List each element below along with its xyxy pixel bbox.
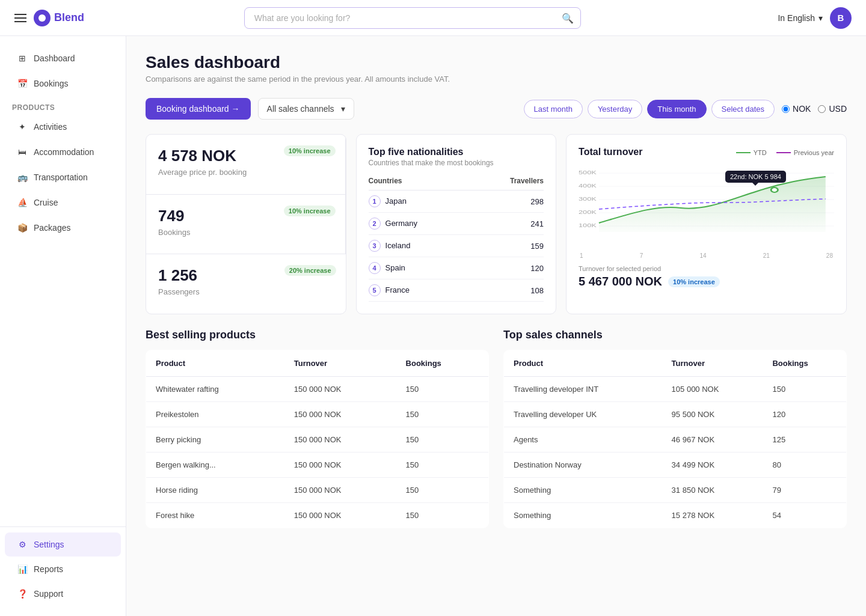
turnover-footer: Turnover for selected period 5 467 000 N… [579,265,834,288]
nat-row: 4Spain 120 [369,257,544,279]
stat-cards: 10% increase 4 578 NOK Average price pr.… [146,134,346,314]
chart-tooltip: 22nd: NOK 5 984 [725,171,786,183]
grid-icon: ⊞ [17,53,28,64]
app-name: Blend [54,11,84,24]
sidebar-item-settings[interactable]: ⚙ Settings [5,532,121,557]
svg-text:300K: 300K [579,196,597,202]
table-row: Travelling developer UK 95 500 NOK 120 [504,402,847,427]
sidebar-item-activities[interactable]: ✦ Activities [5,115,121,139]
table-row: Travelling developer INT 105 000 NOK 150 [504,377,847,402]
channels-col-product: Product [504,350,662,377]
nok-radio[interactable] [782,105,790,113]
menu-toggle[interactable] [14,14,26,22]
nok-radio-label[interactable]: NOK [782,104,811,114]
logo-icon [34,10,51,26]
svg-text:100K: 100K [579,222,597,228]
app-layout: ⊞ Dashboard 📅 Bookings Products ✦ Activi… [0,36,866,616]
sidebar-item-packages[interactable]: 📦 Packages [5,216,121,240]
svg-text:200K: 200K [579,209,597,215]
sidebar-item-cruise[interactable]: ⛵ Cruise [5,191,121,215]
bar-chart-icon: 📊 [17,564,28,575]
topnav-left: Blend [14,10,141,26]
channels-col-bookings: Bookings [763,350,846,377]
package-icon: 📦 [17,222,28,233]
sidebar: ⊞ Dashboard 📅 Bookings Products ✦ Activi… [0,36,126,616]
avg-price-label: Average price pr. booking [158,168,333,177]
best-selling-col-product: Product [146,350,284,377]
best-selling-col-turnover: Turnover [284,350,396,377]
sidebar-item-accommodation[interactable]: 🛏 Accommodation [5,140,121,164]
sidebar-item-support[interactable]: ❓ Support [5,582,121,606]
prev-year-legend-item: Previous year [776,149,834,156]
table-row: Berry picking 150 000 NOK 150 [146,427,489,453]
sidebar-item-bookings[interactable]: 📅 Bookings [5,72,121,96]
turnover-badge: 10% increase [668,276,720,287]
best-selling-table: Product Turnover Bookings Whitewater raf… [146,350,489,528]
passengers-label: Passengers [158,287,334,296]
turnover-header: Total turnover YTD Previous year [579,147,834,159]
help-circle-icon: ❓ [17,588,28,599]
svg-text:400K: 400K [579,183,597,189]
svg-point-0 [38,14,46,22]
ytd-legend-item: YTD [736,149,767,156]
best-selling-section: Best selling products Product Turnover B… [146,329,489,528]
ship-icon: ⛵ [17,197,28,208]
sales-channel-dropdown[interactable]: All sales channels ▾ [258,98,354,120]
last-month-button[interactable]: Last month [524,100,583,118]
table-row: Agents 46 967 NOK 125 [504,427,847,453]
chevron-down-icon: ▾ [818,13,823,23]
x-label-14: 14 [699,252,706,259]
turnover-title: Total turnover [579,147,642,157]
channels-col-turnover: Turnover [662,350,763,377]
usd-radio-label[interactable]: USD [818,104,847,114]
page-title: Sales dashboard [146,53,847,72]
avatar[interactable]: B [830,7,852,29]
booking-dashboard-button[interactable]: Booking dashboard → [146,98,251,120]
x-label-21: 21 [763,252,770,259]
page-subtitle: Comparisons are against the same period … [146,75,847,84]
chevron-down-icon: ▾ [341,104,345,114]
main-content: Sales dashboard Comparisons are against … [126,36,866,616]
bookings-badge: 10% increase [284,206,336,216]
top-channels-table: Product Turnover Bookings Travelling dev… [503,350,847,528]
ytd-legend-line [736,152,751,153]
top-navigation: Blend 🔍 In English ▾ B [0,0,866,36]
table-row: Preikestolen 150 000 NOK 150 [146,402,489,427]
language-selector[interactable]: In English ▾ [778,13,822,23]
search-icon: 🔍 [562,12,574,23]
stat-bookings: 10% increase 749 Bookings [146,194,346,254]
yesterday-button[interactable]: Yesterday [588,100,642,118]
bookings-label: Bookings [158,228,333,237]
star-icon: ✦ [17,121,28,132]
table-row: Whitewater rafting 150 000 NOK 150 [146,377,489,402]
select-dates-button[interactable]: Select dates [711,100,775,118]
bed-icon: 🛏 [17,147,28,157]
sidebar-item-dashboard[interactable]: ⊞ Dashboard [5,46,121,70]
country-col-header: Countries [369,177,473,191]
travellers-col-header: Travellers [472,177,544,191]
x-label-1: 1 [580,252,583,259]
nationalities-card: Top five nationalities Countries that ma… [356,134,557,314]
date-filters: Last month Yesterday This month Select d… [524,100,775,118]
usd-radio[interactable] [818,105,826,113]
nat-row: 5France 108 [369,279,544,302]
nat-row: 2Germany 241 [369,213,544,235]
search-input[interactable] [244,7,581,29]
chart-x-labels: 1 7 14 21 28 [579,252,834,259]
x-label-7: 7 [640,252,643,259]
nat-row: 1Japan 298 [369,191,544,213]
sidebar-bottom: ⚙ Settings 📊 Reports ❓ Support [0,526,126,606]
calendar-icon: 📅 [17,78,28,89]
sidebar-item-transportation[interactable]: 🚌 Transportation [5,165,121,189]
passengers-badge: 20% increase [284,265,336,276]
logo: Blend [34,10,84,26]
toolbar: Booking dashboard → All sales channels ▾… [146,98,847,120]
topnav-right: In English ▾ B [778,7,851,29]
nationalities-table: Countries Travellers 1Japan 298 2Germany… [369,177,544,302]
svg-point-11 [771,188,778,192]
nationalities-subtitle: Countries that make the most bookings [369,159,544,167]
this-month-button[interactable]: This month [647,100,706,118]
stat-passengers: 20% increase 1 256 Passengers [146,254,346,314]
turnover-card: Total turnover YTD Previous year [566,134,847,314]
sidebar-item-reports[interactable]: 📊 Reports [5,557,121,581]
